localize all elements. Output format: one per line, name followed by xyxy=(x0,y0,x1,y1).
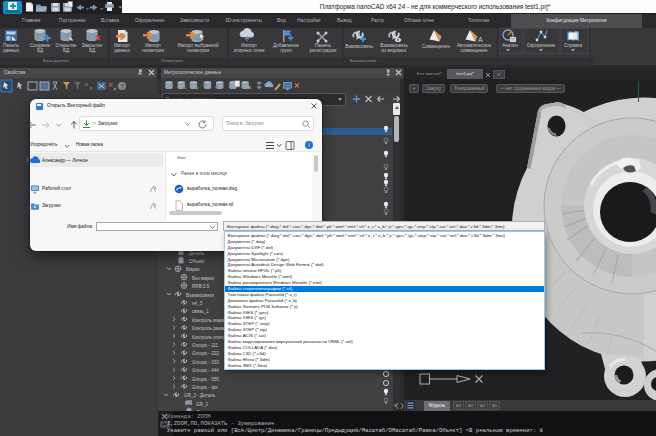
svg-text:GR_2 - Деталь: GR_2 - Деталь xyxy=(184,393,216,398)
svg-text:GR_2: GR_2 xyxy=(196,402,208,407)
svg-text:Groups - 555: Groups - 555 xyxy=(192,377,219,382)
svg-text:Groups - 111: Groups - 111 xyxy=(192,343,219,348)
svg-text:Взаимосвязи: Взаимосвязи xyxy=(186,293,214,298)
svg-text:RRB 0.5: RRB 0.5 xyxy=(192,284,210,289)
svg-text:Без марки: Без марки xyxy=(192,276,214,281)
svg-text:Groups - 333: Groups - 333 xyxy=(192,360,219,365)
svg-text:Марки: Марки xyxy=(186,267,200,272)
svg-text:Объект: Объект xyxy=(189,259,206,264)
svg-text:Groups - фи: Groups - фи xyxy=(192,385,218,390)
svg-text:rel_3: rel_3 xyxy=(192,301,203,306)
svg-text:связь_1: связь_1 xyxy=(192,309,209,314)
svg-text:Groups - 222: Groups - 222 xyxy=(192,351,219,356)
svg-text:A: A xyxy=(478,36,483,43)
svg-text:?: ? xyxy=(120,83,124,90)
svg-text:Деталь: Деталь xyxy=(189,251,205,256)
svg-text:Groups - 444: Groups - 444 xyxy=(192,368,219,373)
